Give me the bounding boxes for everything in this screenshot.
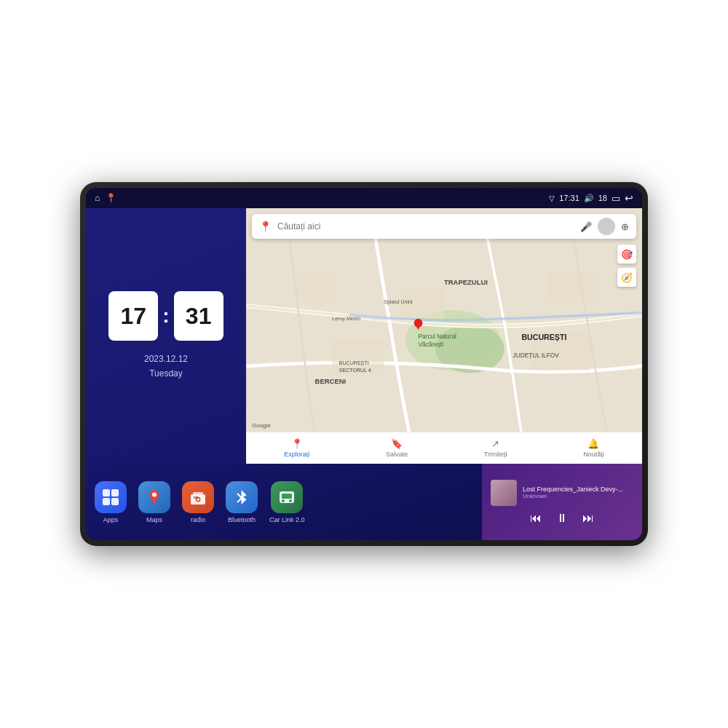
nav-trimiteți-label: Trimiteți [484, 451, 507, 458]
map-nav-noutăți[interactable]: 🔔 Noutăți [583, 438, 604, 458]
music-next-button[interactable]: ⏭ [582, 512, 594, 525]
svg-text:BUCUREȘTI: BUCUREȘTI [339, 360, 369, 366]
map-layers-icon[interactable]: ⊕ [621, 221, 629, 232]
map-search-input[interactable]: Căutați aici [277, 221, 574, 232]
map-panel[interactable]: TRAPEZULUI BUCUREȘTI JUDEȚUL ILFOV BERCE… [246, 208, 642, 464]
svg-text:Parcul Natural: Parcul Natural [419, 333, 457, 340]
svg-text:Leroy Merlin: Leroy Merlin [332, 316, 360, 322]
radio-label: radio [191, 516, 205, 523]
status-time: 17:31 [559, 194, 579, 202]
apps-icon [95, 481, 127, 513]
bottom-section: Apps Maps [86, 464, 642, 540]
nav-news-icon: 🔔 [587, 438, 599, 449]
music-thumbnail-image [491, 480, 517, 506]
map-background: TRAPEZULUI BUCUREȘTI JUDEȚUL ILFOV BERCE… [246, 208, 642, 464]
signal-icon: ▽ [549, 194, 555, 202]
home-icon[interactable]: ⌂ [95, 193, 100, 203]
svg-point-24 [152, 492, 157, 496]
svg-text:JUDEȚUL ILFOV: JUDEȚUL ILFOV [513, 352, 560, 359]
svg-rect-7 [547, 272, 599, 301]
svg-point-32 [282, 499, 285, 502]
nav-explorați-label: Explorați [284, 451, 309, 458]
music-text: Lost Frequencies_Janieck Devy-... Unknow… [523, 486, 633, 499]
svg-rect-20 [103, 489, 110, 496]
map-mic-icon[interactable]: 🎤 [580, 221, 592, 232]
svg-point-33 [289, 499, 292, 502]
svg-rect-31 [282, 494, 292, 499]
music-prev-button[interactable]: ⏮ [530, 512, 542, 525]
map-nav-trimiteți[interactable]: ↗ Trimiteți [484, 438, 507, 458]
map-nav-salvate[interactable]: 🔖 Salvate [386, 438, 408, 458]
bluetooth-label: Bluetooth [228, 516, 256, 523]
radio-icon: FM [182, 481, 214, 513]
clock-minutes: 31 [174, 291, 223, 341]
app-item-carlink[interactable]: Car Link 2.0 [269, 481, 305, 523]
music-thumbnail [491, 480, 517, 506]
clock-display: 17 : 31 [108, 291, 223, 341]
maps-icon [138, 481, 170, 513]
svg-text:Splaiul Unirii: Splaiul Unirii [384, 299, 413, 305]
clock-day-value: Tuesday [144, 367, 188, 381]
location-icon[interactable]: 📍 [106, 193, 116, 203]
battery-level: 18 [598, 194, 607, 202]
svg-text:FM: FM [194, 496, 198, 499]
music-info: Lost Frequencies_Janieck Devy-... Unknow… [491, 480, 633, 506]
main-content: 17 : 31 2023.12.12 Tuesday [86, 208, 642, 540]
volume-icon: 🔊 [584, 194, 594, 203]
svg-text:BUCUREȘTI: BUCUREȘTI [521, 333, 566, 341]
map-nav-explorați[interactable]: 📍 Explorați [284, 438, 309, 458]
app-item-bluetooth[interactable]: Bluetooth [226, 481, 258, 523]
status-right-info: ▽ 17:31 🔊 18 ▭ ↩ [549, 192, 633, 204]
map-compass-button[interactable]: 🧭 [617, 268, 636, 287]
app-item-radio[interactable]: FM radio [182, 481, 214, 523]
device-body: ⌂ 📍 ▽ 17:31 🔊 18 ▭ ↩ 17 : [80, 182, 648, 546]
maps-label: Maps [146, 516, 162, 523]
map-location-button[interactable]: 🎯 [617, 245, 636, 264]
apps-label: Apps [103, 516, 119, 523]
nav-explore-icon: 📍 [291, 438, 303, 449]
back-icon[interactable]: ↩ [625, 192, 633, 204]
nav-salvate-label: Salvate [386, 451, 408, 458]
apps-dock: Apps Maps [86, 464, 482, 540]
map-bottom-nav: 📍 Explorați 🔖 Salvate ↗ Trimiteți 🔔 [246, 432, 642, 464]
nav-send-icon: ↗ [491, 438, 499, 449]
bluetooth-icon [226, 481, 258, 513]
music-play-pause-button[interactable]: ⏸ [556, 512, 568, 525]
svg-text:Văcărești: Văcărești [419, 341, 444, 348]
map-search-bar[interactable]: 📍 Căutați aici 🎤 ⊕ [252, 214, 636, 239]
google-logo: Google [252, 422, 271, 429]
clock-hours: 17 [108, 291, 158, 341]
music-artist: Unknown [523, 493, 633, 499]
app-item-apps[interactable]: Apps [95, 481, 127, 523]
carlink-label: Car Link 2.0 [269, 516, 305, 523]
svg-rect-23 [111, 498, 119, 505]
battery-icon: ▭ [612, 193, 620, 204]
music-title: Lost Frequencies_Janieck Devy-... [523, 486, 633, 493]
svg-rect-22 [103, 498, 110, 505]
map-user-avatar[interactable] [598, 218, 615, 235]
carlink-icon [271, 481, 303, 513]
clock-panel: 17 : 31 2023.12.12 Tuesday [86, 208, 246, 464]
svg-rect-21 [111, 489, 119, 496]
nav-saved-icon: 🔖 [391, 438, 403, 449]
clock-date-value: 2023.12.12 [144, 352, 188, 366]
svg-text:SECTORUL 4: SECTORUL 4 [339, 368, 371, 373]
music-player: Lost Frequencies_Janieck Devy-... Unknow… [482, 464, 642, 540]
upper-section: 17 : 31 2023.12.12 Tuesday [86, 208, 642, 464]
app-item-maps[interactable]: Maps [138, 481, 170, 523]
clock-separator: : [162, 304, 169, 328]
svg-rect-28 [193, 492, 203, 495]
svg-rect-6 [298, 272, 336, 297]
nav-noutăți-label: Noutăți [583, 451, 604, 458]
clock-date: 2023.12.12 Tuesday [144, 352, 188, 380]
status-left-icons: ⌂ 📍 [95, 193, 116, 203]
status-bar: ⌂ 📍 ▽ 17:31 🔊 18 ▭ ↩ [86, 188, 642, 208]
svg-text:BERCENI: BERCENI [315, 377, 347, 385]
map-search-pin-icon: 📍 [259, 221, 272, 232]
device-screen: ⌂ 📍 ▽ 17:31 🔊 18 ▭ ↩ 17 : [86, 188, 642, 540]
music-controls: ⏮ ⏸ ⏭ [491, 512, 633, 525]
svg-text:TRAPEZULUI: TRAPEZULUI [444, 278, 488, 286]
